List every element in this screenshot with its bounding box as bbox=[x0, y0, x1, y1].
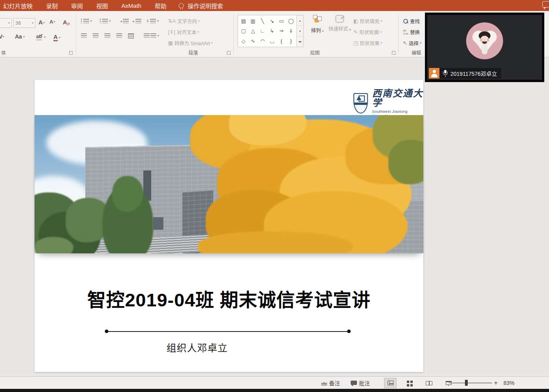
webcam-panel[interactable]: 2019117576邓卓立 bbox=[425, 13, 544, 82]
comments-bubble-icon[interactable] bbox=[542, 1, 549, 7]
shape-curve-icon[interactable]: ◡ bbox=[270, 38, 274, 44]
shape-rounded-rect-icon[interactable]: ▢ bbox=[241, 28, 246, 33]
shape-elbow-icon[interactable]: ∟ bbox=[260, 28, 265, 33]
shape-outline-icon: ✎ bbox=[353, 29, 358, 35]
menubar: 幻灯片放映 录制 审阅 视图 AxMath 帮助 操作说明搜索 bbox=[0, 0, 549, 11]
menu-view[interactable]: 视图 bbox=[90, 2, 115, 10]
divider-line bbox=[108, 331, 347, 332]
shape-arrow-line-icon[interactable]: ↘ bbox=[270, 18, 274, 24]
replace-button[interactable]: ab↳ac替换 bbox=[403, 28, 420, 36]
statusbar: 备注 批注 − + 83% bbox=[0, 376, 549, 389]
normal-view-button[interactable] bbox=[384, 378, 397, 388]
menu-help[interactable]: 帮助 bbox=[148, 2, 173, 10]
tell-me-search[interactable]: 操作说明搜索 bbox=[188, 2, 223, 10]
zoom-slider-thumb[interactable] bbox=[465, 380, 468, 386]
shape-rectangle-icon[interactable]: ▭ bbox=[279, 18, 284, 24]
shape-fill-icon: ◧ bbox=[353, 18, 358, 24]
gallery-up-icon[interactable]: ▲ bbox=[297, 15, 303, 26]
shape-right-brace-icon[interactable]: } bbox=[290, 38, 292, 44]
character-spacing-button[interactable]: AV▾ bbox=[0, 33, 8, 40]
shape-effects-button[interactable]: ◳形状效果 bbox=[353, 39, 382, 47]
smartart-button[interactable]: ▦转换为 SmartArt bbox=[168, 39, 213, 47]
numbering-button[interactable] bbox=[100, 19, 111, 23]
bullets-button[interactable] bbox=[81, 19, 92, 23]
columns-button[interactable] bbox=[144, 33, 159, 38]
shapes-gallery[interactable]: ▤ ▥ ╲ ↘ ▭ ◯ ▢ △ ∟ ↳ ⇒ ⇓ ◇ ∿ ◠ ◡ { } bbox=[238, 15, 297, 47]
text-direction-button[interactable]: ⇅A文字方向 bbox=[168, 17, 200, 25]
clear-formatting-button[interactable]: A bbox=[63, 19, 70, 26]
slide-title[interactable]: 智控2019-04班 期末诚信考试宣讲 bbox=[35, 285, 423, 312]
align-center-button[interactable] bbox=[93, 33, 99, 38]
comments-toggle-button[interactable]: 批注 bbox=[351, 377, 370, 389]
shape-fill-button[interactable]: ◧形状填充 bbox=[353, 17, 382, 25]
shape-freeform-icon[interactable]: ◇ bbox=[242, 38, 245, 44]
shape-arc-icon[interactable]: ◠ bbox=[260, 38, 265, 44]
quick-styles-button[interactable]: 快速样式 bbox=[328, 15, 351, 32]
font-size-value: 36 bbox=[15, 20, 21, 26]
justify-button[interactable] bbox=[116, 33, 122, 38]
replace-icon: ab↳ac bbox=[403, 29, 409, 35]
align-text-button[interactable]: [⇕]对齐文本 bbox=[168, 28, 199, 36]
font-dialog-launcher[interactable] bbox=[69, 51, 73, 55]
align-text-icon: [⇕] bbox=[168, 29, 175, 35]
menu-record[interactable]: 录制 bbox=[39, 2, 64, 10]
highlight-button[interactable]: ab bbox=[36, 33, 46, 40]
shape-elbow-arrow-icon[interactable]: ↳ bbox=[270, 28, 274, 33]
decrease-indent-button[interactable]: ◂ bbox=[120, 19, 129, 23]
shapes-gallery-scrollbar[interactable]: ▲ ▼ ▬▼ bbox=[297, 15, 304, 47]
paragraph-dialog-launcher[interactable] bbox=[227, 51, 231, 55]
select-cursor-icon: ↖ bbox=[403, 40, 407, 46]
line-spacing-button[interactable]: ⇕ bbox=[146, 19, 159, 23]
slide[interactable]: 西南交通大学 Southwest Jiaotong University bbox=[35, 80, 423, 372]
align-right-button[interactable] bbox=[104, 33, 110, 38]
campus-photo[interactable]: 圖書館 bbox=[35, 115, 423, 253]
shape-left-brace-icon[interactable]: { bbox=[281, 38, 282, 44]
divider-dot bbox=[347, 330, 351, 333]
shape-vtextbox-icon[interactable]: ▥ bbox=[251, 18, 255, 24]
menu-slideshow[interactable]: 幻灯片放映 bbox=[0, 2, 39, 10]
organizer-text[interactable]: 组织人邓卓立 bbox=[167, 340, 228, 354]
group-separator bbox=[398, 14, 399, 54]
shape-right-arrow-icon[interactable]: ⇒ bbox=[279, 28, 284, 33]
drawing-dialog-launcher[interactable] bbox=[392, 51, 396, 55]
menu-review[interactable]: 审阅 bbox=[64, 2, 90, 10]
font-size-combo[interactable]: 36▾ bbox=[13, 18, 35, 28]
participant-badge-icon bbox=[429, 68, 439, 79]
shape-oval-icon[interactable]: ◯ bbox=[288, 18, 294, 24]
photo-window-small bbox=[153, 217, 163, 230]
zoom-percentage[interactable]: 83% bbox=[503, 377, 514, 389]
divider-dot bbox=[105, 330, 108, 333]
arrange-button[interactable]: 排列 bbox=[307, 15, 327, 34]
participant-name: 2019117576邓卓立 bbox=[450, 70, 497, 77]
shape-scribble-icon[interactable]: ∿ bbox=[251, 38, 255, 44]
university-logo: 西南交通大学 Southwest Jiaotong University bbox=[353, 89, 423, 118]
menu-axmath[interactable]: AxMath bbox=[115, 2, 148, 9]
editing-canvas[interactable]: 西南交通大学 Southwest Jiaotong University bbox=[0, 57, 549, 376]
gallery-down-icon[interactable]: ▼ bbox=[297, 26, 303, 37]
gallery-more-icon[interactable]: ▬▼ bbox=[297, 37, 303, 47]
shape-line-icon[interactable]: ╲ bbox=[261, 18, 264, 24]
zoom-in-button[interactable]: + bbox=[494, 377, 498, 389]
shape-triangle-icon[interactable]: △ bbox=[251, 28, 255, 33]
font-name-combo[interactable]: ▾ bbox=[0, 18, 12, 28]
title-divider bbox=[105, 330, 351, 333]
quick-styles-icon bbox=[335, 15, 344, 23]
shape-textbox-icon[interactable]: ▤ bbox=[241, 18, 246, 24]
notes-toggle-button[interactable]: 备注 bbox=[321, 377, 340, 389]
microphone-icon bbox=[443, 70, 448, 77]
reading-view-button[interactable] bbox=[423, 378, 435, 388]
shape-down-arrow-icon[interactable]: ⇓ bbox=[289, 28, 293, 33]
shape-outline-button[interactable]: ✎形状轮廓 bbox=[353, 28, 382, 36]
align-left-button[interactable] bbox=[81, 33, 87, 38]
change-case-button[interactable]: Aa bbox=[15, 33, 25, 40]
zoom-slider-track[interactable] bbox=[449, 383, 492, 383]
distribute-button[interactable] bbox=[128, 33, 134, 38]
font-color-button[interactable]: A bbox=[53, 33, 60, 41]
shrink-font-button[interactable]: A▾ bbox=[49, 19, 55, 25]
app-window: 幻灯片放映 录制 审阅 视图 AxMath 帮助 操作说明搜索 ▾ 36▾ A▴… bbox=[0, 0, 549, 392]
slide-sorter-view-button[interactable] bbox=[403, 378, 415, 388]
grow-font-button[interactable]: A▴ bbox=[38, 19, 45, 26]
find-button[interactable]: 查找 bbox=[403, 17, 420, 25]
increase-indent-button[interactable]: ▸ bbox=[133, 19, 141, 23]
select-button[interactable]: ↖选择 bbox=[403, 39, 421, 47]
